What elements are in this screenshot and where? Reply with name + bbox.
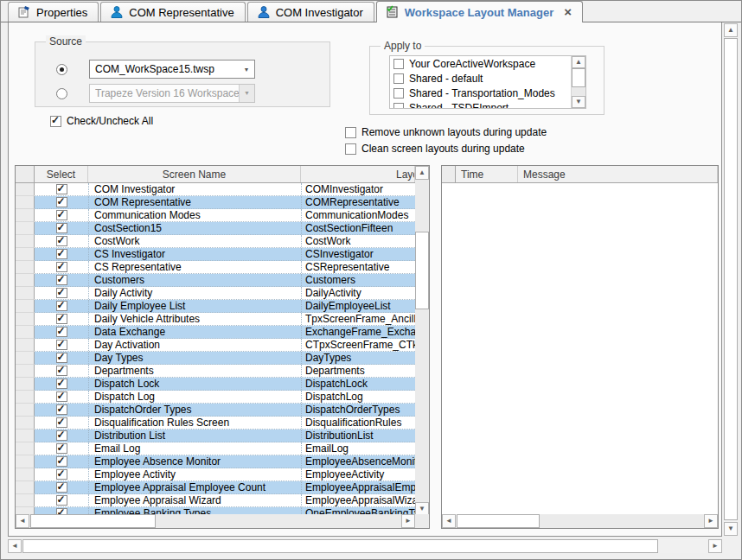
row-checkbox[interactable] [56, 404, 67, 415]
row-checkbox[interactable] [56, 184, 67, 194]
row-checkbox[interactable] [56, 197, 67, 207]
column-header-select[interactable]: Select [35, 166, 88, 182]
source-file-radio[interactable] [56, 64, 67, 75]
row-select-cell[interactable] [35, 313, 88, 325]
row-select-cell[interactable] [35, 442, 88, 455]
row-checkbox[interactable] [56, 236, 67, 246]
column-header-layout[interactable]: Layout [301, 166, 415, 182]
scroll-right-button[interactable]: ► [401, 514, 415, 528]
chevron-down-icon[interactable]: ▼ [239, 67, 254, 73]
row-checkbox[interactable] [56, 223, 67, 233]
table-row[interactable]: Email LogEmailLog [16, 442, 415, 455]
scroll-right-button[interactable]: ► [708, 539, 722, 553]
column-header-message[interactable]: Message [518, 166, 718, 182]
row-checkbox[interactable] [56, 456, 67, 467]
remove-unknown-checkbox[interactable] [345, 127, 356, 138]
row-checkbox[interactable] [56, 249, 67, 259]
apply-list-scrollbar[interactable]: ▲ ▼ [571, 56, 585, 108]
row-select-cell[interactable] [35, 378, 88, 390]
table-row[interactable]: Disqualification Rules ScreenDisqualific… [16, 417, 415, 430]
apply-item-checkbox[interactable] [393, 59, 404, 69]
row-checkbox[interactable] [56, 430, 67, 441]
source-file-combobox[interactable]: COM_WorkSpace15.twsp ▼ [89, 60, 255, 79]
row-select-cell[interactable] [35, 209, 88, 221]
row-checkbox[interactable] [56, 353, 67, 363]
column-header-time[interactable]: Time [456, 166, 518, 182]
row-checkbox[interactable] [56, 262, 67, 272]
table-row[interactable]: Daily ActivityDailyActivity [16, 287, 415, 300]
table-row[interactable]: Communication ModesCommunicationModes [16, 209, 415, 222]
row-select-cell[interactable] [35, 274, 88, 286]
tab-properties[interactable]: Properties [8, 2, 99, 22]
row-checkbox[interactable] [56, 417, 67, 428]
table-row[interactable]: Employee Appraisal WizardEmployeeApprais… [16, 494, 415, 507]
scrollbar-thumb[interactable] [415, 232, 429, 309]
row-select-cell[interactable] [35, 391, 88, 403]
list-item[interactable]: Shared - default [390, 71, 585, 86]
check-all-checkbox[interactable] [50, 116, 61, 127]
table-row[interactable]: Data ExchangeExchangeFrame_Exchang [16, 326, 415, 339]
row-select-cell[interactable] [35, 494, 88, 506]
table-row[interactable]: Daily Vehicle AttributesTpxScreenFrame_A… [16, 313, 415, 326]
row-checkbox[interactable] [56, 391, 67, 402]
row-select-cell[interactable] [35, 404, 88, 416]
row-checkbox[interactable] [56, 327, 67, 337]
tab-workspace-layout-manager[interactable]: Workspace Layout Manager × [376, 1, 583, 22]
table-row[interactable]: Daily Employee ListDailyEmployeeList [16, 300, 415, 313]
table-row[interactable]: CostWorkCostWork [16, 235, 415, 248]
table-row[interactable]: Dispatch LockDispatchLock [16, 378, 415, 391]
row-select-cell[interactable] [35, 417, 88, 429]
close-icon[interactable]: × [564, 7, 572, 17]
scrollbar-thumb[interactable] [457, 514, 540, 528]
table-row[interactable]: CS InvestigatorCSInvestigator [16, 248, 415, 261]
clean-screen-layouts-option[interactable]: Clean screen layouts during update [345, 143, 525, 155]
table-row[interactable]: CS RepresentativeCSRepresentative [16, 261, 415, 274]
row-select-cell[interactable] [35, 455, 88, 468]
scroll-left-button[interactable]: ◄ [442, 514, 456, 528]
row-checkbox[interactable] [56, 482, 67, 493]
tab-com-investigator[interactable]: COM Investigator [247, 2, 374, 22]
table-row[interactable]: Dispatch LogDispatchLog [16, 391, 415, 404]
row-select-cell[interactable] [35, 261, 88, 273]
row-checkbox[interactable] [56, 469, 67, 480]
source-version-radio[interactable] [56, 88, 67, 99]
scroll-right-button[interactable]: ► [704, 514, 718, 528]
scroll-up-button[interactable]: ▲ [572, 56, 585, 68]
table-row[interactable]: Day ActivationCTpxScreenFrame_CTkLoa [16, 339, 415, 352]
clean-screen-checkbox[interactable] [345, 143, 356, 155]
grid-vertical-scrollbar[interactable]: ▲ ▼ [415, 166, 429, 516]
scrollbar-thumb[interactable] [22, 539, 658, 553]
row-checkbox[interactable] [56, 495, 67, 506]
row-checkbox[interactable] [56, 366, 67, 376]
log-horizontal-scrollbar[interactable]: ◄ ► [442, 514, 718, 528]
scroll-down-button[interactable]: ▼ [572, 96, 585, 108]
row-select-cell[interactable] [35, 481, 88, 493]
row-select-cell[interactable] [35, 300, 88, 312]
row-checkbox[interactable] [56, 379, 67, 389]
column-header-screen-name[interactable]: Screen Name [88, 166, 301, 182]
apply-item-checkbox[interactable] [393, 73, 404, 84]
apply-item-checkbox[interactable] [393, 103, 404, 110]
table-row[interactable]: COM InvestigatorCOMInvestigator [16, 183, 415, 196]
remove-unknown-layouts-option[interactable]: Remove unknown layouts during update [345, 126, 547, 138]
row-select-cell[interactable] [35, 183, 88, 195]
row-select-cell[interactable] [35, 365, 88, 377]
window-vertical-scrollbar[interactable]: ▲ ▼ [724, 23, 738, 536]
list-item[interactable]: Shared - TSDEImport [390, 100, 585, 109]
row-checkbox[interactable] [56, 210, 67, 220]
scroll-up-button[interactable]: ▲ [415, 166, 429, 180]
row-select-cell[interactable] [35, 196, 88, 208]
row-select-cell[interactable] [35, 287, 88, 299]
row-checkbox[interactable] [56, 314, 67, 324]
window-horizontal-scrollbar[interactable]: ◄ ► [8, 539, 722, 553]
row-checkbox[interactable] [56, 275, 67, 285]
row-select-cell[interactable] [35, 235, 88, 247]
table-row[interactable]: Employee Appraisal Employee CountEmploye… [16, 481, 415, 494]
tab-com-representative[interactable]: COM Representative [100, 2, 245, 22]
apply-item-checkbox[interactable] [393, 88, 404, 99]
table-row[interactable]: CostSection15CostSectionFifteen [16, 222, 415, 235]
grid-horizontal-scrollbar[interactable]: ◄ ► [16, 514, 415, 528]
list-item[interactable]: Shared - Transportation_Modes [390, 86, 585, 100]
table-row[interactable]: DispatchOrder TypesDispatchOrderTypes [16, 404, 415, 417]
row-checkbox[interactable] [56, 301, 67, 311]
